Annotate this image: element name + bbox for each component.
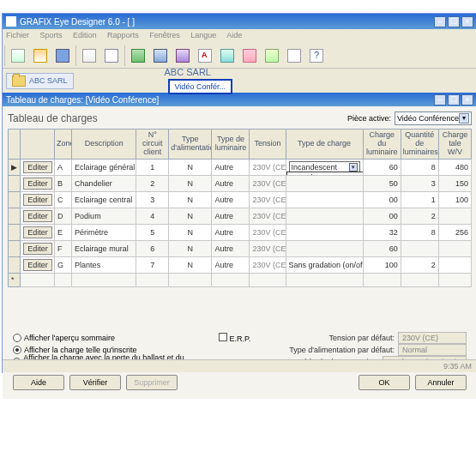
cell-zone[interactable]: F [55, 240, 72, 256]
cell-chargelum[interactable]: 32 [363, 224, 401, 240]
cell-chargelum[interactable]: 00 [363, 208, 401, 224]
cell-circuit[interactable]: 5 [136, 224, 169, 240]
tool-cfg2[interactable] [172, 45, 193, 66]
cell-aliment[interactable]: N [169, 175, 212, 191]
col-aliment[interactable]: Type d'alimentation [169, 130, 212, 160]
radio-summary[interactable] [13, 334, 21, 342]
row-header[interactable] [9, 175, 21, 191]
cell-desc[interactable]: Eclairage mural [72, 240, 136, 256]
empty-cell[interactable] [72, 273, 136, 286]
col-zone[interactable]: Zone [55, 130, 72, 160]
tool-sound[interactable] [262, 45, 282, 66]
col-desc[interactable]: Description [72, 130, 136, 160]
cell-lumtype[interactable]: Autre [212, 208, 250, 224]
close-button[interactable]: × [461, 16, 473, 27]
inner-min-button[interactable]: – [434, 94, 446, 105]
cell-zone[interactable]: A [55, 159, 72, 175]
empty-cell[interactable] [401, 273, 438, 286]
cell-chargetype[interactable] [286, 240, 363, 256]
edit-button[interactable]: Editer [23, 226, 52, 238]
cell-qtylum[interactable]: 2 [401, 256, 438, 273]
dropdown-list[interactable]: IncandescentTBT ferromagnétiqueTBT élect… [286, 172, 364, 176]
cell-totalcharge[interactable] [438, 208, 471, 224]
tool-chart[interactable] [217, 45, 238, 66]
col-tension[interactable]: Tension [250, 130, 286, 160]
cell-chargetype[interactable] [286, 224, 363, 240]
cell-tension[interactable]: 230V (CE) [250, 208, 286, 224]
ok-button[interactable]: OK [359, 375, 410, 390]
cell-lumtype[interactable]: Autre [212, 159, 250, 175]
cell-desc[interactable]: Eclairage central [72, 191, 136, 208]
maximize-button[interactable]: ☐ [448, 16, 460, 27]
cell-chargelum[interactable]: 100 [363, 256, 401, 273]
verify-button[interactable]: Vérifier [69, 375, 121, 390]
cell-aliment[interactable]: N [169, 159, 212, 175]
col-circuit[interactable]: N° circuit client [136, 130, 169, 160]
col-chargetype[interactable]: Type de charge [286, 130, 363, 160]
col-chargelum[interactable]: Charge du luminaire [363, 130, 401, 160]
cell-totalcharge[interactable] [438, 240, 471, 256]
cell-chargetype[interactable] [286, 175, 363, 191]
menu-sports[interactable]: Sports [40, 31, 63, 39]
project-pill-1[interactable]: ABC SARL [6, 73, 74, 89]
menu-windows[interactable]: Fenêtres [149, 31, 180, 39]
cell-tension[interactable]: 230V (CE) [250, 224, 286, 240]
cell-totalcharge[interactable] [438, 256, 471, 273]
cell-lumtype[interactable]: Autre [212, 175, 250, 191]
cell-aliment[interactable]: N [169, 191, 212, 208]
cell-lumtype[interactable]: Autre [212, 240, 250, 256]
cell-chargetype[interactable] [286, 191, 363, 208]
empty-cell[interactable] [250, 273, 286, 286]
row-header-new[interactable]: * [9, 273, 21, 286]
cell-zone[interactable]: E [55, 224, 72, 240]
edit-button[interactable]: Editer [23, 210, 52, 222]
empty-cell[interactable] [212, 273, 250, 286]
cell-chargelum[interactable]: 60 [363, 159, 401, 175]
cell-circuit[interactable]: 1 [136, 159, 169, 175]
cell-desc[interactable]: Plantes [72, 256, 136, 273]
edit-button[interactable]: Editer [23, 259, 52, 271]
cell-aliment[interactable]: N [169, 240, 212, 256]
cancel-button[interactable]: Annuler [415, 375, 467, 390]
menu-reports[interactable]: Rapports [107, 31, 139, 39]
active-room-pill[interactable]: Vidéo Confér... [168, 79, 232, 94]
cell-tension[interactable]: 230V (CE) [250, 175, 286, 191]
table-row[interactable]: ▶ Editer A Eclairage général 1 N Autre 2… [9, 159, 472, 175]
help-button[interactable]: Aide [13, 375, 64, 390]
edit-button[interactable]: Editer [23, 194, 52, 206]
cell-lumtype[interactable]: Autre [212, 256, 250, 273]
table-row[interactable]: Editer E Périmètre 5 N Autre 230V (CE) 3… [9, 224, 472, 240]
tool-new[interactable] [8, 45, 28, 66]
empty-cell[interactable] [363, 273, 401, 286]
minimize-button[interactable]: – [434, 16, 446, 27]
menu-file[interactable]: Fichier [6, 31, 29, 39]
cell-lumtype[interactable]: Autre [212, 191, 250, 208]
cell-qtylum[interactable]: 8 [401, 224, 438, 240]
edit-button[interactable]: Editer [23, 161, 52, 173]
cell-desc[interactable]: Eclairage général [72, 159, 136, 175]
tool-help[interactable] [306, 45, 327, 66]
checkbox-erp[interactable] [219, 333, 227, 341]
empty-cell[interactable] [136, 273, 169, 286]
cell-circuit[interactable]: 2 [136, 175, 169, 191]
tool-grid[interactable] [128, 45, 148, 66]
cell-qtylum[interactable]: 1 [401, 191, 438, 208]
table-row[interactable]: Editer D Podium 4 N Autre 230V (CE) 00 2 [9, 208, 472, 224]
empty-cell[interactable] [286, 273, 363, 286]
inner-close-button[interactable]: × [461, 94, 473, 105]
cell-lumtype[interactable]: Autre [212, 224, 250, 240]
empty-cell[interactable] [438, 273, 471, 286]
cell-circuit[interactable]: 6 [136, 240, 169, 256]
cell-desc[interactable]: Podium [72, 208, 136, 224]
cell-chargetype[interactable]: Sans gradation (on/off) [286, 256, 363, 273]
cell-chargelum[interactable]: 60 [363, 240, 401, 256]
cell-chargelum[interactable]: 50 [363, 175, 401, 191]
col-qtylum[interactable]: Quantité de luminaires [401, 130, 438, 160]
edit-button[interactable]: Editer [23, 243, 52, 255]
row-header[interactable] [9, 256, 21, 273]
table-row[interactable]: Editer B Chandelier 2 N Autre 230V (CE) … [9, 175, 472, 191]
col-lumtype[interactable]: Type de luminaire [212, 130, 250, 160]
menu-edit[interactable]: Edition [73, 31, 97, 39]
cell-desc[interactable]: Périmètre [72, 224, 136, 240]
active-room-dropdown[interactable]: Vidéo Conférence ▾ [395, 111, 472, 125]
